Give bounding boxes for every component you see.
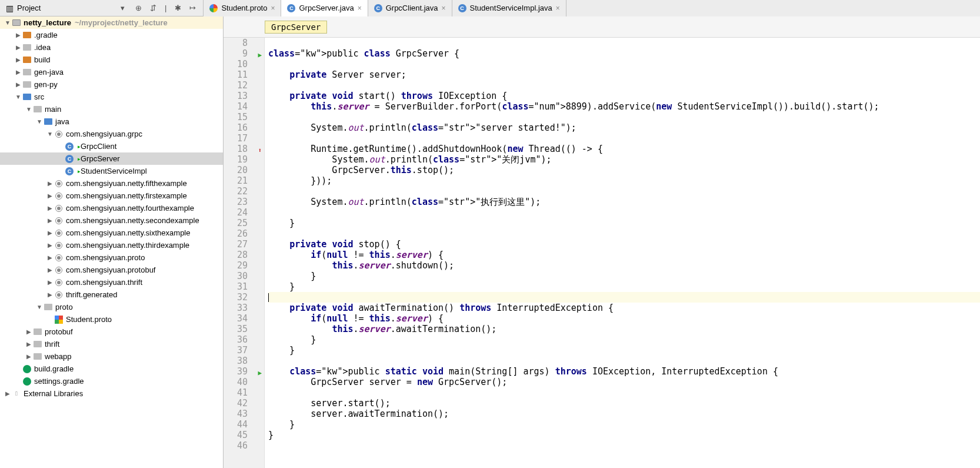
- line-number[interactable]: 45: [224, 430, 248, 440]
- tree-row[interactable]: build.gradle: [0, 363, 223, 375]
- code-line[interactable]: }: [268, 419, 980, 430]
- line-number[interactable]: 36: [224, 334, 248, 345]
- line-number[interactable]: 38: [224, 356, 248, 366]
- tree-row[interactable]: ▶protobuf: [0, 326, 223, 338]
- line-number[interactable]: 25: [224, 218, 248, 228]
- tree-row[interactable]: ▶com.shengsiyuan.thrift: [0, 276, 223, 288]
- tab-student-proto[interactable]: Student.proto×: [204, 0, 281, 16]
- code-line[interactable]: }));: [268, 175, 980, 186]
- line-number[interactable]: 19: [224, 154, 248, 165]
- tree-row[interactable]: ▶thrift.generated: [0, 288, 223, 301]
- line-number[interactable]: 32: [224, 292, 248, 303]
- close-icon[interactable]: ×: [271, 4, 275, 12]
- close-icon[interactable]: ×: [442, 4, 446, 12]
- line-number[interactable]: 18⬆: [224, 144, 248, 154]
- code-line[interactable]: Runtime.getRuntime().addShutdownHook(new…: [268, 144, 980, 154]
- line-number[interactable]: 39▶: [224, 366, 248, 377]
- line-number[interactable]: 20: [224, 165, 248, 175]
- code-line[interactable]: server.awaitTermination();: [268, 409, 980, 419]
- code-line[interactable]: [268, 186, 980, 197]
- code-line[interactable]: [268, 59, 980, 69]
- code-line[interactable]: GrpcServer.this.stop();: [268, 165, 980, 175]
- tree-row[interactable]: ▶com.shengsiyuan.netty.sixthexample: [0, 227, 223, 239]
- expand-arrow[interactable]: ▶: [14, 81, 22, 88]
- collapse-icon[interactable]: ⇵: [150, 4, 156, 12]
- hide-icon[interactable]: ↦: [189, 4, 196, 12]
- expand-arrow[interactable]: ▼: [14, 94, 22, 100]
- run-gutter-icon[interactable]: ▶: [258, 368, 262, 379]
- line-number[interactable]: 28: [224, 250, 248, 260]
- gear-icon[interactable]: ✱: [175, 4, 181, 12]
- code-line[interactable]: this.server.awaitTermination();: [268, 324, 980, 334]
- line-number[interactable]: 31: [224, 281, 248, 292]
- tree-row[interactable]: settings.gradle: [0, 375, 223, 387]
- tree-row[interactable]: ▶com.shengsiyuan.netty.fourthexample: [0, 202, 223, 214]
- tree-row[interactable]: ▼proto: [0, 301, 223, 313]
- expand-arrow[interactable]: ▼: [4, 19, 12, 26]
- line-number[interactable]: 37: [224, 345, 248, 356]
- line-number[interactable]: 44: [224, 419, 248, 430]
- expand-arrow[interactable]: ▶: [46, 230, 54, 236]
- expand-arrow[interactable]: ▼: [35, 304, 44, 310]
- line-number[interactable]: 10: [224, 59, 248, 69]
- close-icon[interactable]: ×: [358, 4, 362, 12]
- line-number[interactable]: 46: [224, 440, 248, 451]
- code-line[interactable]: }: [268, 430, 980, 440]
- close-icon[interactable]: ×: [556, 4, 560, 12]
- tab-grpcserver-java[interactable]: CGrpcServer.java×: [281, 0, 368, 16]
- tree-row[interactable]: C▸GrpcClient: [0, 140, 223, 152]
- code-line[interactable]: [268, 207, 980, 218]
- expand-arrow[interactable]: ▶: [46, 254, 54, 261]
- expand-arrow[interactable]: ▶: [25, 353, 33, 360]
- tree-row[interactable]: ▶webapp: [0, 350, 223, 363]
- code-line[interactable]: }: [268, 271, 980, 281]
- line-number[interactable]: 14: [224, 101, 248, 112]
- expand-arrow[interactable]: ▶: [25, 328, 33, 335]
- line-number[interactable]: 15: [224, 112, 248, 122]
- line-number[interactable]: 40: [224, 377, 248, 387]
- code-line[interactable]: [268, 356, 980, 366]
- line-number[interactable]: 16: [224, 122, 248, 133]
- code-line[interactable]: private void stop() {: [268, 239, 980, 250]
- expand-arrow[interactable]: ▶: [46, 267, 54, 273]
- line-number[interactable]: 41: [224, 387, 248, 398]
- code-line[interactable]: class="kw">public static void main(Strin…: [268, 366, 980, 377]
- code-line[interactable]: if(null != this.server) {: [268, 250, 980, 260]
- tree-row[interactable]: ▼src: [0, 91, 223, 103]
- line-number[interactable]: 29: [224, 260, 248, 271]
- expand-arrow[interactable]: ▶: [4, 390, 12, 397]
- gutter[interactable]: 89▶101112131415161718⬆192021222324252627…: [224, 38, 265, 468]
- expand-arrow[interactable]: ▶: [25, 341, 33, 347]
- code[interactable]: class="kw">public class GrpcServer { pri…: [265, 38, 980, 468]
- expand-arrow[interactable]: ▼: [25, 106, 33, 112]
- line-number[interactable]: 26: [224, 228, 248, 239]
- line-number[interactable]: 8: [224, 38, 248, 48]
- code-line[interactable]: }: [268, 334, 980, 345]
- code-line[interactable]: [268, 38, 980, 48]
- code-line[interactable]: System.out.println(class="str">"执行到这里");: [268, 197, 980, 207]
- tree-row[interactable]: ▶build: [0, 54, 223, 66]
- expand-arrow[interactable]: ▶: [14, 69, 22, 75]
- tree-row[interactable]: ▶com.shengsiyuan.netty.firstexample: [0, 190, 223, 202]
- code-line[interactable]: System.out.println(class="str">"server s…: [268, 122, 980, 133]
- tree-row[interactable]: ▶com.shengsiyuan.proto: [0, 251, 223, 264]
- line-number[interactable]: 43: [224, 409, 248, 419]
- code-line[interactable]: server.start();: [268, 398, 980, 409]
- tree-row[interactable]: ▶com.shengsiyuan.netty.fifthexample: [0, 177, 223, 190]
- line-number[interactable]: 34: [224, 313, 248, 324]
- code-line[interactable]: System.out.println(class="str">"关闭jvm");: [268, 154, 980, 165]
- line-number[interactable]: 27: [224, 239, 248, 250]
- line-number[interactable]: 17: [224, 133, 248, 144]
- expand-arrow[interactable]: ▶: [46, 217, 54, 224]
- tree-row[interactable]: ▼netty_lecture~/myproject/netty_lecture: [0, 16, 223, 29]
- override-gutter-icon[interactable]: ⬆: [258, 145, 262, 156]
- tree-row[interactable]: ▶com.shengsiyuan.netty.thirdexample: [0, 239, 223, 251]
- code-line[interactable]: }: [268, 218, 980, 228]
- code-area[interactable]: 89▶101112131415161718⬆192021222324252627…: [224, 38, 980, 468]
- tree-row[interactable]: ▼main: [0, 103, 223, 115]
- code-line[interactable]: if(null != this.server) {: [268, 313, 980, 324]
- code-line[interactable]: [268, 112, 980, 122]
- tree-row[interactable]: ▶𝍿External Libraries: [0, 387, 223, 400]
- tree-row[interactable]: ▶.gradle: [0, 29, 223, 41]
- line-number[interactable]: 24: [224, 207, 248, 218]
